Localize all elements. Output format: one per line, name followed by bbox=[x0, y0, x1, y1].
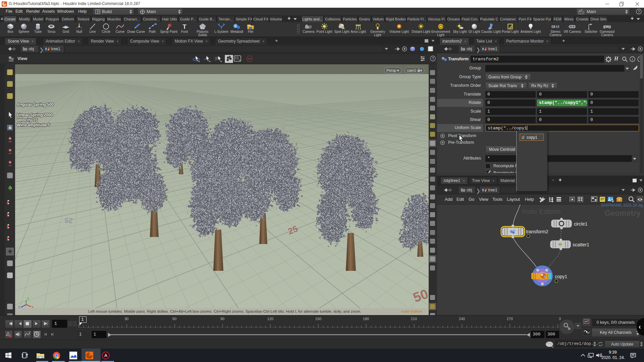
svg-text:?: ? bbox=[638, 10, 640, 14]
svg-text:A: A bbox=[104, 353, 108, 358]
svg-text:Velocity 15: Velocity 15 bbox=[17, 118, 38, 122]
svg-text:Wind amplitude 5: Wind amplitude 5 bbox=[17, 123, 50, 127]
svg-text:i: i bbox=[632, 57, 633, 61]
svg-text:T: T bbox=[182, 23, 186, 30]
svg-text:?: ? bbox=[432, 57, 434, 61]
svg-text:y: y bbox=[27, 296, 29, 300]
svg-text:25: 25 bbox=[64, 216, 73, 225]
svg-text:Angular Spring 500: Angular Spring 500 bbox=[17, 102, 54, 107]
svg-text:Linear Spring 2000: Linear Spring 2000 bbox=[17, 113, 53, 117]
